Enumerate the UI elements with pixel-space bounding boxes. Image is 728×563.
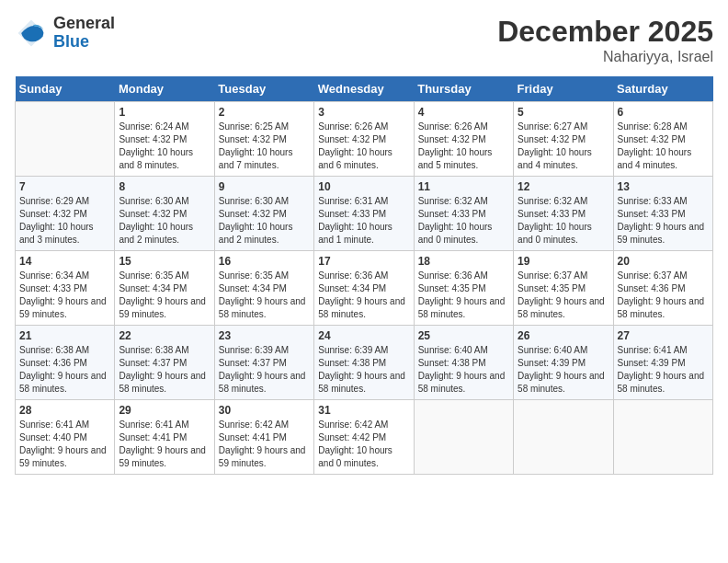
calendar-cell: 23 Sunrise: 6:39 AMSunset: 4:37 PMDaylig… [214, 326, 313, 400]
day-info: Sunrise: 6:36 AMSunset: 4:34 PMDaylight:… [318, 270, 409, 321]
day-info: Sunrise: 6:29 AMSunset: 4:32 PMDaylight:… [19, 195, 110, 247]
day-info: Sunrise: 6:42 AMSunset: 4:41 PMDaylight:… [219, 419, 310, 470]
calendar-cell: 22 Sunrise: 6:38 AMSunset: 4:37 PMDaylig… [115, 326, 214, 400]
day-number: 7 [19, 180, 110, 193]
calendar-cell: 13 Sunrise: 6:33 AMSunset: 4:33 PMDaylig… [613, 177, 712, 251]
logo-text: General Blue [53, 15, 115, 52]
day-number: 13 [618, 180, 709, 193]
calendar-cell: 25 Sunrise: 6:40 AMSunset: 4:38 PMDaylig… [414, 326, 513, 400]
calendar-cell: 9 Sunrise: 6:30 AMSunset: 4:32 PMDayligh… [214, 177, 313, 251]
day-info: Sunrise: 6:41 AMSunset: 4:40 PMDaylight:… [19, 419, 110, 470]
calendar-cell: 15 Sunrise: 6:35 AMSunset: 4:34 PMDaylig… [115, 251, 214, 326]
day-number: 6 [618, 106, 709, 119]
day-info: Sunrise: 6:31 AMSunset: 4:33 PMDaylight:… [318, 195, 409, 247]
day-number: 2 [219, 106, 310, 119]
day-number: 12 [518, 180, 609, 193]
weekday-header: Thursday [414, 76, 513, 102]
calendar-cell: 14 Sunrise: 6:34 AMSunset: 4:33 PMDaylig… [16, 251, 115, 326]
day-info: Sunrise: 6:32 AMSunset: 4:33 PMDaylight:… [418, 195, 509, 247]
day-number: 10 [318, 180, 409, 193]
day-number: 23 [219, 329, 310, 342]
logo-icon [15, 17, 48, 50]
calendar-week-row: 1 Sunrise: 6:24 AMSunset: 4:32 PMDayligh… [16, 102, 713, 177]
day-number: 3 [318, 106, 409, 119]
day-number: 21 [19, 329, 110, 342]
day-info: Sunrise: 6:25 AMSunset: 4:32 PMDaylight:… [219, 121, 310, 172]
calendar-week-row: 21 Sunrise: 6:38 AMSunset: 4:36 PMDaylig… [16, 326, 713, 400]
day-number: 9 [219, 180, 310, 193]
day-info: Sunrise: 6:30 AMSunset: 4:32 PMDaylight:… [119, 195, 210, 247]
day-info: Sunrise: 6:24 AMSunset: 4:32 PMDaylight:… [119, 121, 210, 172]
day-number: 25 [418, 329, 509, 342]
title-block: December 2025 Nahariyya, Israel [497, 15, 713, 65]
calendar-cell: 31 Sunrise: 6:42 AMSunset: 4:42 PMDaylig… [314, 400, 414, 475]
calendar-cell: 21 Sunrise: 6:38 AMSunset: 4:36 PMDaylig… [16, 326, 115, 400]
day-info: Sunrise: 6:26 AMSunset: 4:32 PMDaylight:… [418, 121, 509, 172]
calendar-cell [514, 400, 613, 475]
day-number: 24 [318, 329, 409, 342]
day-info: Sunrise: 6:41 AMSunset: 4:39 PMDaylight:… [618, 344, 709, 396]
day-number: 17 [318, 255, 409, 268]
calendar-cell: 3 Sunrise: 6:26 AMSunset: 4:32 PMDayligh… [314, 102, 414, 177]
weekday-header: Wednesday [314, 76, 414, 102]
calendar-cell: 8 Sunrise: 6:30 AMSunset: 4:32 PMDayligh… [115, 177, 214, 251]
day-info: Sunrise: 6:30 AMSunset: 4:32 PMDaylight:… [219, 195, 310, 247]
day-number: 1 [119, 106, 210, 119]
day-number: 14 [19, 255, 110, 268]
day-info: Sunrise: 6:34 AMSunset: 4:33 PMDaylight:… [19, 270, 110, 321]
calendar-cell [613, 400, 712, 475]
logo-line1: General [53, 15, 115, 33]
day-number: 29 [119, 404, 210, 417]
calendar-week-row: 14 Sunrise: 6:34 AMSunset: 4:33 PMDaylig… [16, 251, 713, 326]
day-info: Sunrise: 6:26 AMSunset: 4:32 PMDaylight:… [318, 121, 409, 172]
day-number: 11 [418, 180, 509, 193]
day-info: Sunrise: 6:38 AMSunset: 4:36 PMDaylight:… [19, 344, 110, 396]
day-number: 15 [119, 255, 210, 268]
calendar-cell: 26 Sunrise: 6:40 AMSunset: 4:39 PMDaylig… [514, 326, 613, 400]
calendar-cell: 20 Sunrise: 6:37 AMSunset: 4:36 PMDaylig… [613, 251, 712, 326]
calendar-cell: 12 Sunrise: 6:32 AMSunset: 4:33 PMDaylig… [514, 177, 613, 251]
day-info: Sunrise: 6:39 AMSunset: 4:37 PMDaylight:… [219, 344, 310, 396]
calendar-cell: 29 Sunrise: 6:41 AMSunset: 4:41 PMDaylig… [115, 400, 214, 475]
day-number: 28 [19, 404, 110, 417]
calendar-cell: 19 Sunrise: 6:37 AMSunset: 4:35 PMDaylig… [514, 251, 613, 326]
day-info: Sunrise: 6:28 AMSunset: 4:32 PMDaylight:… [618, 121, 709, 172]
day-info: Sunrise: 6:40 AMSunset: 4:38 PMDaylight:… [418, 344, 509, 396]
calendar-week-row: 7 Sunrise: 6:29 AMSunset: 4:32 PMDayligh… [16, 177, 713, 251]
calendar-cell: 16 Sunrise: 6:35 AMSunset: 4:34 PMDaylig… [214, 251, 313, 326]
page-header: General Blue December 2025 Nahariyya, Is… [15, 15, 713, 65]
calendar-cell: 11 Sunrise: 6:32 AMSunset: 4:33 PMDaylig… [414, 177, 513, 251]
calendar-cell: 27 Sunrise: 6:41 AMSunset: 4:39 PMDaylig… [613, 326, 712, 400]
day-info: Sunrise: 6:32 AMSunset: 4:33 PMDaylight:… [518, 195, 609, 247]
weekday-header: Monday [115, 76, 214, 102]
calendar-cell: 6 Sunrise: 6:28 AMSunset: 4:32 PMDayligh… [613, 102, 712, 177]
day-number: 19 [518, 255, 609, 268]
logo: General Blue [15, 15, 115, 52]
day-number: 26 [518, 329, 609, 342]
day-number: 8 [119, 180, 210, 193]
weekday-header-row: SundayMondayTuesdayWednesdayThursdayFrid… [16, 76, 713, 102]
day-info: Sunrise: 6:39 AMSunset: 4:38 PMDaylight:… [318, 344, 409, 396]
day-info: Sunrise: 6:41 AMSunset: 4:41 PMDaylight:… [119, 419, 210, 470]
calendar-cell: 7 Sunrise: 6:29 AMSunset: 4:32 PMDayligh… [16, 177, 115, 251]
calendar-cell: 17 Sunrise: 6:36 AMSunset: 4:34 PMDaylig… [314, 251, 414, 326]
logo-line2: Blue [53, 33, 115, 52]
weekday-header: Friday [514, 76, 613, 102]
calendar-subtitle: Nahariyya, Israel [497, 49, 713, 65]
day-number: 31 [318, 404, 409, 417]
day-info: Sunrise: 6:33 AMSunset: 4:33 PMDaylight:… [618, 195, 709, 247]
calendar-table: SundayMondayTuesdayWednesdayThursdayFrid… [15, 76, 713, 475]
day-info: Sunrise: 6:42 AMSunset: 4:42 PMDaylight:… [318, 419, 409, 470]
day-number: 22 [119, 329, 210, 342]
day-info: Sunrise: 6:35 AMSunset: 4:34 PMDaylight:… [119, 270, 210, 321]
calendar-title: December 2025 [497, 15, 713, 49]
calendar-cell: 24 Sunrise: 6:39 AMSunset: 4:38 PMDaylig… [314, 326, 414, 400]
calendar-cell: 30 Sunrise: 6:42 AMSunset: 4:41 PMDaylig… [214, 400, 313, 475]
weekday-header: Saturday [613, 76, 712, 102]
calendar-cell: 2 Sunrise: 6:25 AMSunset: 4:32 PMDayligh… [214, 102, 313, 177]
day-number: 20 [618, 255, 709, 268]
calendar-cell [414, 400, 513, 475]
calendar-cell [16, 102, 115, 177]
day-number: 5 [518, 106, 609, 119]
day-number: 16 [219, 255, 310, 268]
